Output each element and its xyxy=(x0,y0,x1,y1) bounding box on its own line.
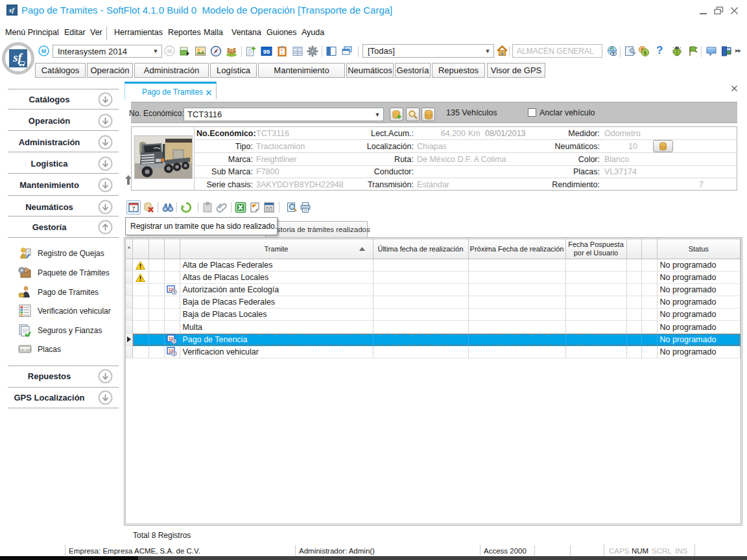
grid-cell[interactable] xyxy=(165,321,180,333)
grid-cell[interactable] xyxy=(149,284,165,296)
ribbon-tab-catalogos[interactable]: Catálogos xyxy=(35,63,86,78)
tab-historia-tramites[interactable]: Historia de trámites realizados xyxy=(265,221,368,237)
grid-cell[interactable] xyxy=(133,334,149,346)
grid-cell[interactable] xyxy=(469,259,566,272)
status-cell[interactable]: No programado xyxy=(658,309,741,321)
combo-arrow-icon[interactable]: ▼ xyxy=(482,48,493,54)
menu-item-malla[interactable]: Malla xyxy=(204,28,223,37)
grid-cell[interactable] xyxy=(469,296,566,309)
grid-cell[interactable] xyxy=(374,272,469,284)
grid-cell[interactable] xyxy=(374,334,469,346)
grid-cell[interactable] xyxy=(374,296,469,309)
help-icon[interactable]: ? xyxy=(656,44,663,57)
sidebar-item-seguros-fianzas[interactable]: Seguros y Fianzas xyxy=(38,326,102,335)
grid-row[interactable]: 12 Autorización ante Ecología No program… xyxy=(126,284,741,296)
status-cell[interactable]: No programado xyxy=(658,284,741,296)
grid-cell[interactable] xyxy=(374,346,469,358)
grid-cell[interactable] xyxy=(133,296,149,309)
print-icon[interactable] xyxy=(300,202,311,213)
sidebar-section-mantenimiento[interactable]: Mantenimiento xyxy=(0,180,99,190)
grid-cell[interactable] xyxy=(566,334,627,346)
grid-cell[interactable] xyxy=(627,334,642,346)
grid-cell[interactable] xyxy=(133,346,149,358)
grid-row[interactable]: Multa No programado xyxy=(126,321,741,333)
grid-cell[interactable] xyxy=(566,259,627,272)
cascade-windows-icon[interactable] xyxy=(341,45,353,57)
menu-item-herramientas[interactable]: Herramientas xyxy=(114,28,163,37)
chevron-down-circle-icon[interactable] xyxy=(98,135,113,150)
ribbon-tab-administracion[interactable]: Administración xyxy=(134,63,209,78)
ribbon-tab-logistica[interactable]: Logística xyxy=(210,63,257,78)
anchor-checkbox[interactable] xyxy=(528,108,536,117)
grid-cell[interactable] xyxy=(469,272,566,284)
picture-icon[interactable] xyxy=(195,45,206,57)
new-document-icon[interactable] xyxy=(245,45,257,57)
status-cell[interactable]: No programado xyxy=(658,259,741,272)
combo-arrow-icon[interactable]: ▼ xyxy=(372,111,383,118)
grid-cell[interactable] xyxy=(566,296,627,309)
grid-cell[interactable] xyxy=(374,284,469,296)
chevron-down-circle-icon[interactable] xyxy=(98,92,113,107)
grid-header-cell[interactable] xyxy=(149,239,165,259)
grid-cell[interactable] xyxy=(566,321,627,333)
restore-button[interactable] xyxy=(714,6,724,15)
coins-icon[interactable]: € $ xyxy=(638,45,650,57)
chevron-down-circle-icon[interactable] xyxy=(98,113,113,128)
grid-cell[interactable] xyxy=(642,272,658,284)
grid-row[interactable]: Altas de Placas Locales No programado xyxy=(126,272,741,284)
tramite-cell[interactable]: Multa xyxy=(180,321,374,333)
sidebar-section-gestoria[interactable]: Gestoría xyxy=(0,222,99,232)
grid-cell[interactable] xyxy=(642,321,658,333)
document-tab-pago-tramites[interactable]: Pago de Tramites xyxy=(124,82,217,99)
placas-icon[interactable]: LMD-364 xyxy=(18,342,32,356)
tab-close-icon[interactable] xyxy=(206,89,212,96)
grid-header-cell[interactable] xyxy=(642,239,658,259)
grid-cell[interactable] xyxy=(566,284,627,296)
status-cell[interactable]: No programado xyxy=(658,321,741,333)
registro-quejas-icon[interactable] xyxy=(18,246,32,261)
grid-row[interactable]: Baja de Placas Locales No programado xyxy=(126,309,741,321)
grid-cell[interactable] xyxy=(627,321,642,333)
table-view-icon[interactable] xyxy=(292,45,303,57)
grid-cell[interactable] xyxy=(133,309,149,321)
home-icon[interactable] xyxy=(496,45,508,57)
grid-cell[interactable] xyxy=(627,309,642,321)
grid-cell[interactable] xyxy=(627,272,642,284)
ribbon-tab-neumaticos[interactable]: Neumáticos xyxy=(346,63,394,78)
grid-cell[interactable] xyxy=(469,321,566,333)
chevron-down-circle-icon[interactable] xyxy=(98,369,113,384)
print-preview-icon[interactable] xyxy=(286,202,298,213)
toolbar-overflow-icon[interactable]: ▸▸ xyxy=(735,47,741,54)
excel-export-icon[interactable] xyxy=(235,202,246,213)
sidebar-item-registro-quejas[interactable]: Registro de Quejas xyxy=(38,249,104,258)
grid-cell[interactable] xyxy=(165,309,180,321)
filter-combo[interactable]: [Todas] ▼ xyxy=(362,44,494,58)
grid-cell[interactable] xyxy=(642,296,658,309)
tramite-cell[interactable]: Pago de Tenencia xyxy=(180,334,374,346)
grid-cell[interactable] xyxy=(627,296,642,309)
grid-header-ultima-fecha[interactable]: Última fecha de realización xyxy=(374,239,469,259)
tramite-cell[interactable]: Autorización ante Ecología xyxy=(180,284,374,296)
chevron-down-circle-icon[interactable] xyxy=(98,156,113,171)
exit-door-icon[interactable] xyxy=(720,45,732,57)
grid-header-fecha-pospuesta[interactable]: Fecha Pospuesta por el Usuario xyxy=(566,239,627,259)
add-vehicle-button[interactable] xyxy=(390,108,403,121)
grid-cell[interactable] xyxy=(149,272,165,284)
grid-header-status[interactable]: Status xyxy=(658,239,741,259)
sidebar-item-verificacion-vehicular[interactable]: Verificación vehicular xyxy=(38,307,111,316)
sidebar-item-placas[interactable]: Placas xyxy=(38,345,61,354)
grid-row[interactable]: Baja de Placas Federales No programado xyxy=(126,296,741,309)
anchor-checkbox-label[interactable]: Anclar vehículo xyxy=(540,108,595,117)
comment-icon[interactable] xyxy=(706,45,717,57)
ribbon-tab-mantenimiento[interactable]: Mantenimiento xyxy=(258,63,345,78)
chevron-down-circle-icon[interactable] xyxy=(98,200,113,215)
sidebar-section-repuestos[interactable]: Repuestos xyxy=(0,371,99,381)
remove-tramite-icon[interactable] xyxy=(143,202,155,213)
attachment-icon[interactable] xyxy=(216,202,228,213)
sidebar-section-neumaticos[interactable]: Neumáticos xyxy=(0,202,99,212)
seguros-fianzas-icon[interactable] xyxy=(18,323,32,338)
sidebar-section-administracion[interactable]: Administración xyxy=(0,137,99,147)
pago-tramites-icon[interactable] xyxy=(18,285,32,299)
tramite-cell[interactable]: Baja de Placas Federales xyxy=(180,296,374,309)
menu-item-guiones[interactable]: Guiones xyxy=(267,28,297,37)
